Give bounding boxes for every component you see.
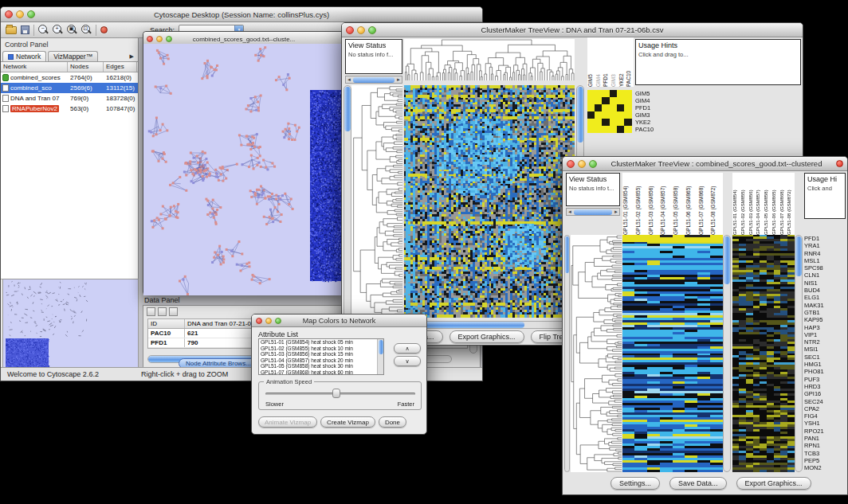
- network-row[interactable]: combined_scores 2764(0) 16218(0): [1, 72, 138, 83]
- table-icon[interactable]: [147, 307, 155, 316]
- desktop: Cytoscape Desktop (Session Name: collins…: [0, 0, 848, 504]
- attribute-list-vscroll[interactable]: [377, 339, 383, 374]
- select-attributes-icon[interactable]: [158, 307, 167, 316]
- dialog-button[interactable]: Done: [379, 416, 406, 428]
- tab-label: Network: [16, 53, 41, 61]
- treeview-dna-titlebar[interactable]: ClusterMaker TreeView : DNA and Tran 07-…: [342, 23, 803, 37]
- header-scrollbar[interactable]: ◄ ►: [566, 208, 620, 216]
- treeview-button[interactable]: Export Graphics...: [736, 477, 811, 490]
- column-header-edges[interactable]: Edges: [104, 62, 137, 72]
- column-header-id[interactable]: ID: [148, 319, 185, 328]
- heatmap-hscroll[interactable]: [404, 321, 575, 329]
- treeview-button[interactable]: Settings...: [610, 477, 660, 490]
- treeview-button[interactable]: Export Graphics...: [450, 330, 524, 343]
- zoom-selected-icon[interactable]: [67, 25, 77, 35]
- close-icon[interactable]: [567, 160, 575, 168]
- zoom-window-icon[interactable]: [27, 10, 35, 18]
- slower-label: Slower: [265, 400, 284, 408]
- view-status-box: View Status No status info f...: [345, 39, 402, 74]
- network-row[interactable]: DNA and Tran 07 769(0) 183728(0): [1, 93, 138, 104]
- zoom-window-icon[interactable]: [368, 26, 376, 34]
- gene-label: YSH1: [804, 420, 847, 427]
- zoom-matrix[interactable]: [587, 90, 632, 133]
- save-session-icon[interactable]: [21, 25, 29, 34]
- open-session-icon[interactable]: [6, 26, 17, 34]
- treeview-button[interactable]: Save Data...: [669, 477, 727, 490]
- global-vscroll[interactable]: [795, 235, 803, 472]
- attribute-item[interactable]: GPL51-07 (GSM868) heat shock 60 min: [259, 369, 383, 375]
- close-icon[interactable]: [5, 10, 13, 18]
- red-status-icon: [836, 160, 843, 167]
- network-row[interactable]: combined_sco 2569(6) 13112(15): [1, 83, 138, 93]
- window-title: Map Colors to Network: [285, 317, 394, 325]
- minimize-icon[interactable]: [156, 36, 163, 42]
- dialog-titlebar[interactable]: Map Colors to Network: [252, 315, 426, 327]
- minimize-icon[interactable]: [357, 26, 365, 34]
- scrollbar-thumb[interactable]: [353, 77, 395, 83]
- minimize-icon[interactable]: [16, 10, 24, 18]
- zoom-window-icon[interactable]: [589, 160, 597, 168]
- dendrogram-vscroll[interactable]: [344, 85, 351, 318]
- dendrogram-vscroll[interactable]: [564, 235, 570, 472]
- animation-speed-slider[interactable]: [265, 393, 415, 395]
- tab-overflow-icon[interactable]: ▶: [130, 53, 136, 61]
- dialog-button[interactable]: Create Vizmap: [320, 416, 375, 428]
- column-header-network[interactable]: Network: [1, 62, 68, 72]
- zoom-window-icon[interactable]: [166, 36, 172, 42]
- gene-label: ELG1: [804, 294, 847, 301]
- row-dendrogram[interactable]: [351, 85, 402, 318]
- zoom-out-icon[interactable]: [38, 25, 49, 35]
- zoom-in-icon[interactable]: [53, 25, 63, 35]
- column-dendrogram[interactable]: [404, 39, 575, 80]
- column-label: GPL51-01 (GSM854): [732, 173, 740, 235]
- treeview-combined-titlebar[interactable]: ClusterMaker TreeView : combined_scores_…: [563, 157, 847, 171]
- heatmap-zoom[interactable]: [622, 235, 723, 472]
- attribute-item[interactable]: GPL51-01 (GSM854) heat shock 05 min: [259, 339, 383, 346]
- scroll-right-icon[interactable]: ►: [395, 77, 402, 82]
- network-view-canvas[interactable]: [143, 44, 344, 295]
- view-status-text: No status info f...: [348, 51, 399, 58]
- zoom-fit-icon[interactable]: [81, 25, 92, 35]
- heatmap[interactable]: [404, 85, 575, 318]
- minimize-icon[interactable]: [578, 160, 586, 168]
- scroll-left-icon[interactable]: ◄: [346, 77, 352, 82]
- heatmap-vscroll[interactable]: [723, 235, 731, 472]
- scrollbar-thumb[interactable]: [574, 209, 612, 215]
- attribute-list[interactable]: GPL51-01 (GSM854) heat shock 05 minGPL51…: [258, 338, 384, 375]
- minimize-icon[interactable]: [265, 318, 272, 324]
- treeview-buttons: Data...Export Graphics...Flip Tree N: [404, 330, 583, 343]
- dialog-button[interactable]: Animate Vizmap: [258, 416, 317, 428]
- matrix-row-labels: GIM5GIM4PFD1GIM3YKE2PAC10: [635, 90, 654, 133]
- tab-vizmapper[interactable]: VizMapper™: [48, 51, 98, 61]
- attribute-item[interactable]: GPL51-05 (GSM858) heat shock 30 min: [259, 363, 383, 369]
- window-controls: [567, 160, 597, 168]
- attribute-item[interactable]: GPL51-02 (GSM855) heat shock 10 min: [259, 346, 383, 352]
- status-hint: Right-click + drag to ZOOM: [141, 370, 228, 378]
- attribute-item[interactable]: GPL51-04 (GSM857) heat shock 20 min: [259, 357, 383, 364]
- usage-hints-text: Click and: [807, 185, 842, 192]
- heatmap-global[interactable]: [732, 235, 795, 472]
- header-scrollbar[interactable]: ◄ ►: [345, 76, 402, 84]
- main-titlebar[interactable]: Cytoscape Desktop (Session Name: collins…: [1, 7, 482, 22]
- close-icon[interactable]: [346, 26, 354, 34]
- scroll-left-icon[interactable]: ◄: [567, 209, 573, 214]
- network-overview-thumbnail[interactable]: [2, 279, 139, 370]
- zoom-window-icon[interactable]: [275, 318, 281, 324]
- column-header-nodes[interactable]: Nodes: [68, 62, 104, 72]
- move-up-button[interactable]: ∧: [394, 343, 421, 354]
- window-title: Cytoscape Desktop (Session Name: collins…: [38, 10, 445, 19]
- move-down-button[interactable]: ∨: [394, 356, 421, 366]
- new-attribute-icon[interactable]: [169, 307, 178, 316]
- scroll-right-icon[interactable]: ►: [613, 209, 619, 214]
- network-row[interactable]: RNAPuberNov2 563(0) 107847(0): [1, 104, 138, 114]
- column-label: PFD1: [603, 37, 610, 87]
- annotation-icon[interactable]: [100, 26, 108, 33]
- slider-knob[interactable]: [332, 389, 340, 398]
- column-label: GPL51-04 (GSM857): [660, 173, 673, 235]
- close-icon[interactable]: [147, 36, 153, 42]
- tab-network[interactable]: Network: [2, 51, 46, 61]
- close-icon[interactable]: [256, 318, 262, 324]
- row-dendrogram[interactable]: [571, 235, 622, 472]
- gene-label: RPN1: [804, 442, 847, 449]
- attribute-item[interactable]: GPL51-03 (GSM856) heat shock 15 min: [259, 351, 383, 357]
